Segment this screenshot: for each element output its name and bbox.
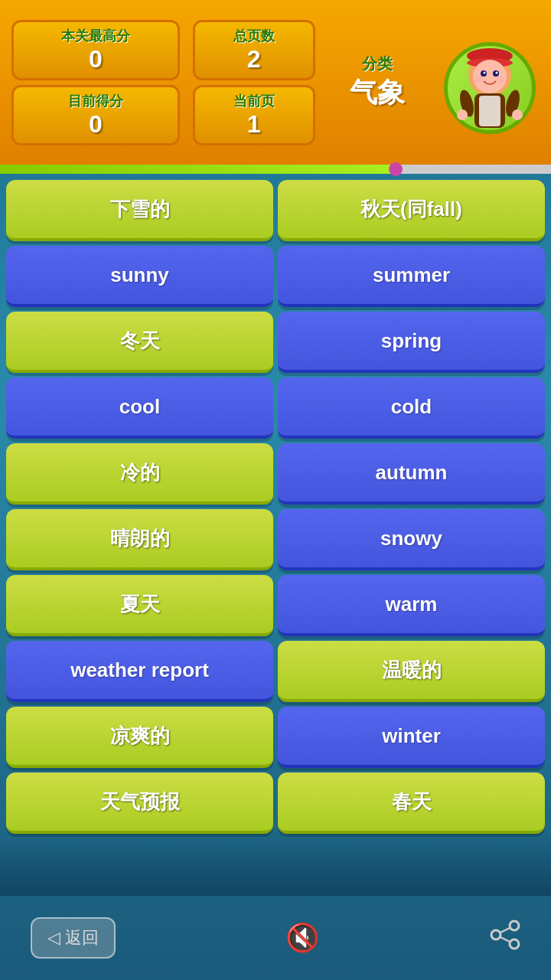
total-pages-box: 总页数 2 [193,20,315,80]
current-score-box: 目前得分 0 [11,85,180,145]
word-btn-6[interactable]: cool [6,377,273,439]
total-pages-value: 2 [204,45,304,74]
back-arrow-icon: ◁ [47,928,60,948]
current-page-box: 当前页 1 [193,85,315,145]
progress-dot [389,162,403,176]
word-grid: 下雪的秋天(同fall)sunnysummer冬天springcoolcold冷… [0,174,551,840]
word-btn-5[interactable]: spring [278,312,545,373]
svg-point-10 [497,76,504,83]
sound-icon[interactable]: 🔇 [285,922,320,954]
svg-point-18 [491,930,500,939]
back-label: 返回 [65,926,99,949]
word-btn-2[interactable]: sunny [6,246,273,307]
category-value: 气象 [350,74,405,112]
score-section: 本关最高分 0 目前得分 0 [11,20,180,145]
word-btn-15[interactable]: 温暖的 [278,641,545,702]
word-btn-9[interactable]: autumn [278,443,545,505]
avatar-container [440,15,540,149]
svg-point-7 [483,72,485,74]
word-btn-12[interactable]: 夏天 [6,575,273,636]
progress-fill [0,165,396,174]
ocean-decoration [0,835,551,896]
word-btn-18[interactable]: 天气预报 [6,773,273,834]
svg-point-15 [457,109,468,120]
total-pages-label: 总页数 [204,27,304,45]
category-section: 分类 气象 [328,54,427,112]
svg-point-19 [510,939,519,949]
svg-point-16 [512,109,523,120]
word-btn-17[interactable]: winter [278,707,545,768]
svg-rect-12 [479,96,500,126]
back-button[interactable]: ◁ 返回 [31,917,116,959]
word-btn-3[interactable]: summer [278,246,545,307]
category-label: 分类 [362,54,393,74]
current-score-label: 目前得分 [23,92,168,110]
svg-point-17 [510,921,519,930]
word-btn-7[interactable]: cold [278,377,545,439]
header: 本关最高分 0 目前得分 0 总页数 2 当前页 1 分类 气象 [0,0,551,165]
current-page-value: 1 [204,110,304,139]
svg-line-21 [500,937,510,942]
svg-line-20 [500,928,510,933]
word-btn-10[interactable]: 晴朗的 [6,509,273,570]
avatar [444,42,536,134]
word-btn-4[interactable]: 冬天 [6,312,273,373]
word-btn-16[interactable]: 凉爽的 [6,707,273,768]
word-btn-1[interactable]: 秋天(同fall) [278,180,545,241]
svg-point-9 [475,76,483,83]
svg-point-8 [495,72,497,74]
word-btn-13[interactable]: warm [278,575,545,636]
footer: ◁ 返回 🔇 [0,896,551,980]
word-btn-0[interactable]: 下雪的 [6,180,273,241]
current-page-label: 当前页 [204,92,304,110]
progress-bar [0,165,551,174]
word-btn-11[interactable]: snowy [278,509,545,570]
word-btn-8[interactable]: 冷的 [6,443,273,505]
current-score-value: 0 [23,110,168,139]
best-score-value: 0 [23,45,168,74]
best-score-label: 本关最高分 [23,27,168,45]
share-icon[interactable] [490,920,520,957]
best-score-box: 本关最高分 0 [11,20,180,80]
page-section: 总页数 2 当前页 1 [193,20,315,145]
word-btn-19[interactable]: 春天 [278,773,545,834]
word-btn-14[interactable]: weather report [6,641,273,702]
